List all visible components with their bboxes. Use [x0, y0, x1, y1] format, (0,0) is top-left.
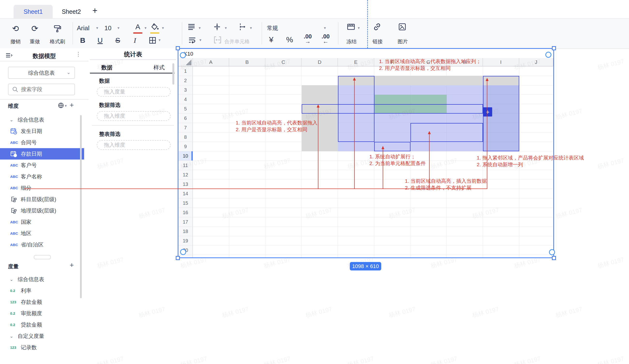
wrap-text-icon[interactable] — [187, 35, 197, 45]
redo-icon[interactable]: ⟳ — [29, 23, 41, 34]
row-header-21[interactable]: 21 — [178, 255, 193, 257]
row-header-17[interactable]: 17 — [178, 217, 193, 227]
fill-color-chevron-icon[interactable]: ▾ — [162, 26, 164, 30]
row-header-5[interactable]: 5 — [178, 104, 193, 114]
vertical-align-chevron-icon[interactable]: ▾ — [225, 26, 227, 30]
select-all-corner[interactable] — [178, 58, 193, 66]
column-header-E[interactable]: E — [338, 58, 374, 66]
wrap-text-chevron-icon[interactable]: ▾ — [199, 38, 201, 42]
resize-handle-top-left[interactable] — [176, 46, 180, 50]
row-header-15[interactable]: 15 — [178, 198, 193, 208]
row-header-14[interactable]: 14 — [178, 189, 193, 198]
drop-dimension-zone[interactable]: 拖入维度 — [97, 111, 171, 121]
dimension-item-存款日期[interactable]: 存款日期 — [0, 148, 84, 159]
row-header-8[interactable]: 8 — [178, 132, 193, 142]
underline-button[interactable]: U — [96, 35, 104, 45]
geo-role-chevron-icon[interactable]: ▾ — [65, 104, 67, 108]
row-header-12[interactable]: 12 — [178, 170, 193, 180]
measure-item-贷款金额[interactable]: 0.2贷款金额 — [0, 319, 84, 330]
text-color-button[interactable]: A — [134, 22, 142, 32]
row-header-16[interactable]: 16 — [178, 208, 193, 217]
dimension-item-国家[interactable]: ABC国家 — [0, 216, 84, 228]
row-header-19[interactable]: 19 — [178, 236, 193, 245]
font-size-chevron-icon[interactable]: ▾ — [118, 26, 119, 30]
column-header-F[interactable]: F — [374, 58, 410, 66]
dimension-item-合同号[interactable]: ABC合同号 — [0, 137, 84, 148]
borders-chevron-icon[interactable]: ▾ — [158, 38, 160, 42]
row-header-10[interactable]: 10 — [178, 151, 193, 161]
font-family-select[interactable]: Arial — [77, 23, 89, 33]
text-color-chevron-icon[interactable]: ▾ — [145, 26, 147, 30]
rotate-handle-bottom-right[interactable] — [549, 249, 555, 255]
add-dimension-button[interactable]: + — [70, 101, 74, 109]
row-header-7[interactable]: 7 — [178, 123, 193, 132]
column-header-A[interactable]: A — [193, 58, 229, 66]
vertical-align-icon[interactable] — [212, 22, 222, 32]
column-header-C[interactable]: C — [265, 58, 302, 66]
percent-button[interactable]: % — [285, 34, 295, 45]
resize-handle-top-right[interactable] — [552, 46, 556, 50]
rotate-handle-top-left[interactable] — [180, 52, 186, 58]
row-header-11[interactable]: 11 — [178, 161, 193, 170]
italic-button[interactable]: I — [131, 35, 139, 45]
undo-icon[interactable]: ⟲ — [10, 23, 21, 34]
borders-icon[interactable] — [148, 35, 157, 45]
format-painter-icon[interactable] — [52, 23, 63, 34]
column-header-D[interactable]: D — [302, 58, 338, 66]
dimension-item-地区[interactable]: ABC地区 — [0, 228, 84, 239]
sidebar-menu-icon[interactable]: ⋮ — [75, 51, 81, 58]
row-header-4[interactable]: 4 — [178, 95, 193, 104]
dimension-item-客户号[interactable]: ABC客户号 — [0, 159, 84, 171]
fill-color-icon[interactable] — [150, 22, 160, 32]
resize-handle-bottom-left[interactable] — [176, 256, 180, 260]
search-field-box[interactable] — [8, 84, 75, 95]
row-header-9[interactable]: 9 — [178, 142, 193, 151]
rotate-handle-bottom-left[interactable] — [180, 249, 186, 255]
section-resize-handle[interactable] — [34, 255, 51, 259]
freeze-chevron-icon[interactable]: ▾ — [358, 26, 360, 30]
strikethrough-button[interactable]: S — [113, 35, 122, 45]
text-direction-icon[interactable] — [237, 22, 248, 32]
dimension-item-省/自治区[interactable]: ABC省/自治区 — [0, 239, 84, 250]
number-format-select[interactable]: 常规 — [267, 23, 278, 33]
currency-button[interactable]: ¥ — [266, 34, 276, 45]
measure-item-利率[interactable]: 0.2利率 — [0, 285, 84, 296]
column-header-I[interactable]: I — [483, 58, 519, 66]
dimension-item-细分[interactable]: ABC细分 — [0, 182, 84, 194]
drop-measure-zone[interactable]: 拖入度量 — [97, 87, 171, 97]
horizontal-align-chevron-icon[interactable]: ▾ — [199, 26, 201, 30]
dimension-item-地理层级(层级)[interactable]: 地理层级(层级) — [0, 205, 84, 216]
row-header-1[interactable]: 1 — [178, 66, 193, 76]
tab-sheet2[interactable]: Sheet2 — [58, 5, 85, 18]
add-measure-button[interactable]: + — [70, 261, 74, 269]
add-sheet-button[interactable]: + — [92, 6, 97, 15]
group-综合信息表[interactable]: ⌄综合信息表 — [0, 274, 84, 285]
freeze-icon[interactable] — [346, 22, 356, 32]
row-header-3[interactable]: 3 — [178, 85, 193, 95]
resize-handle-bottom-right[interactable] — [552, 256, 556, 260]
sidebar-scrollbar[interactable] — [80, 115, 82, 298]
column-header-B[interactable]: B — [229, 58, 265, 66]
geo-role-icon[interactable] — [57, 102, 64, 109]
tab-data[interactable]: 数据 — [100, 64, 114, 71]
image-icon[interactable] — [397, 22, 408, 32]
tab-style[interactable]: 样式 — [152, 64, 166, 71]
text-direction-chevron-icon[interactable]: ▾ — [250, 26, 252, 30]
dimension-item-客户名称[interactable]: ABC客户名称 — [0, 171, 84, 182]
column-header-J[interactable]: J — [519, 58, 553, 66]
tab-sheet1[interactable]: Sheet1 — [13, 5, 53, 18]
table-select[interactable]: 综合信息表 ⌄ — [8, 67, 75, 79]
spreadsheet-canvas[interactable]: K10 ABCDEFGHIJ 1234567891011121314151617… — [178, 48, 554, 258]
add-column-button[interactable]: + — [483, 107, 492, 117]
measure-item-审批额度[interactable]: 0.2审批额度 — [0, 308, 84, 319]
dimension-item-发生日期[interactable]: 发生日期 — [0, 125, 84, 137]
row-header-2[interactable]: 2 — [178, 76, 193, 85]
row-header-18[interactable]: 18 — [178, 227, 193, 236]
row-header-13[interactable]: 13 — [178, 180, 193, 189]
merge-cells-icon[interactable] — [212, 35, 223, 45]
link-icon[interactable] — [372, 22, 382, 32]
horizontal-align-icon[interactable] — [186, 22, 197, 32]
row-header-6[interactable]: 6 — [178, 114, 193, 123]
dimension-item-科目层级(层级)[interactable]: 科目层级(层级) — [0, 194, 84, 205]
font-size-select[interactable]: 10 — [104, 23, 111, 33]
